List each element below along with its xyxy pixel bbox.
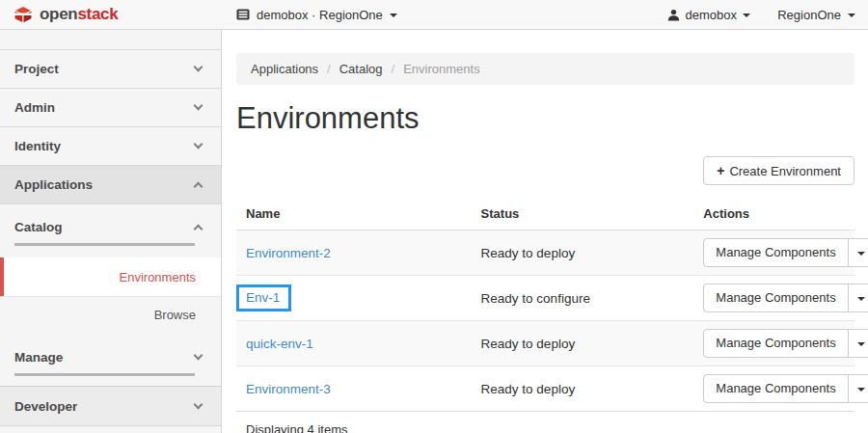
sidebar-item-label: Identity bbox=[14, 139, 61, 153]
column-header-name: Name bbox=[236, 199, 472, 230]
chevron-down-icon bbox=[194, 350, 203, 360]
sidebar-item-developer[interactable]: Developer bbox=[0, 387, 221, 426]
sidebar-item-label: Browse bbox=[154, 308, 196, 322]
region-label: RegionOne bbox=[777, 8, 841, 22]
table-row: Environment-2 Ready to deploy Manage Com… bbox=[236, 230, 854, 276]
breadcrumb-current: Environments bbox=[403, 62, 479, 76]
caret-down-icon bbox=[857, 297, 865, 301]
environment-link[interactable]: quick-env-1 bbox=[246, 337, 313, 351]
user-icon bbox=[667, 9, 680, 21]
main-content: Applications / Catalog / Environments En… bbox=[223, 30, 868, 433]
plus-icon: + bbox=[717, 163, 724, 178]
sidebar-item-project[interactable]: Project bbox=[0, 50, 221, 89]
manage-components-button[interactable]: Manage Components bbox=[704, 330, 847, 357]
sidebar-item-label: Applications bbox=[14, 177, 93, 192]
status-text: Ready to deploy bbox=[472, 230, 694, 276]
sidebar-item-environments[interactable]: Environments bbox=[0, 257, 221, 296]
table-header-row: Name Status Actions bbox=[236, 199, 854, 230]
chevron-down-icon bbox=[194, 399, 203, 409]
column-header-status: Status bbox=[472, 199, 694, 230]
action-dropdown-toggle[interactable] bbox=[848, 375, 868, 402]
caret-down-icon bbox=[390, 14, 397, 17]
caret-down-icon bbox=[857, 342, 865, 346]
section-underline bbox=[14, 243, 195, 246]
sidebar-item-manage[interactable]: Manage bbox=[0, 342, 221, 371]
user-menu[interactable]: demobox bbox=[667, 0, 750, 29]
context-label: demobox · RegionOne bbox=[257, 8, 383, 22]
chevron-up-icon bbox=[194, 224, 203, 233]
sidebar-item-label: Admin bbox=[14, 100, 55, 115]
section-underline bbox=[14, 373, 195, 376]
sidebar-item-catalog[interactable]: Catalog bbox=[0, 212, 221, 241]
chevron-up-icon bbox=[194, 182, 203, 192]
sidebar-item-identity[interactable]: Identity bbox=[0, 127, 221, 166]
focus-highlight-box: Env-1 bbox=[236, 284, 291, 311]
create-environment-button[interactable]: + Create Environment bbox=[703, 156, 854, 185]
sidebar-item-label: Catalog bbox=[14, 220, 63, 234]
sidebar-item-applications[interactable]: Applications bbox=[0, 166, 221, 204]
action-button-group: Manage Components bbox=[703, 329, 868, 358]
logo-wordmark: openstack bbox=[40, 4, 118, 25]
sidebar-item-browse[interactable]: Browse bbox=[0, 296, 221, 333]
items-count: Displaying 4 items bbox=[236, 412, 854, 433]
environments-table: Name Status Actions Environment-2 Ready … bbox=[236, 199, 854, 433]
table-toolbar: + Create Environment bbox=[236, 156, 854, 185]
environment-link[interactable]: Env-1 bbox=[246, 290, 280, 305]
breadcrumb-link-catalog[interactable]: Catalog bbox=[339, 62, 383, 76]
sidebar-item-label: Developer bbox=[14, 399, 77, 414]
breadcrumb-link-applications[interactable]: Applications bbox=[251, 62, 318, 76]
manage-components-button[interactable]: Manage Components bbox=[704, 239, 847, 266]
status-text: Ready to deploy bbox=[472, 366, 694, 412]
sidebar-top-stub bbox=[0, 30, 221, 50]
action-dropdown-toggle[interactable] bbox=[848, 239, 868, 266]
user-label: demobox bbox=[686, 8, 737, 22]
project-region-switcher[interactable]: demobox · RegionOne bbox=[236, 0, 397, 29]
status-text: Ready to deploy bbox=[472, 321, 694, 366]
breadcrumb-separator: / bbox=[392, 62, 395, 76]
chevron-down-icon bbox=[194, 63, 203, 72]
sidebar-item-label: Environments bbox=[120, 270, 196, 284]
table-row: quick-env-1 Ready to deploy Manage Compo… bbox=[236, 321, 854, 366]
openstack-logo[interactable]: openstack bbox=[13, 4, 118, 25]
environment-link[interactable]: Environment-3 bbox=[246, 382, 331, 396]
environment-link[interactable]: Environment-2 bbox=[246, 246, 331, 260]
breadcrumb: Applications / Catalog / Environments bbox=[236, 53, 854, 85]
chevron-down-icon bbox=[194, 140, 203, 149]
domain-icon bbox=[236, 9, 250, 20]
manage-components-button[interactable]: Manage Components bbox=[704, 375, 847, 402]
region-menu[interactable]: RegionOne bbox=[777, 0, 855, 29]
table-row: Environment-3 Ready to deploy Manage Com… bbox=[236, 366, 854, 412]
top-navbar: openstack demobox · RegionOne demobox Re… bbox=[0, 0, 868, 30]
action-button-group: Manage Components bbox=[703, 374, 868, 403]
table-row: Env-1 Ready to configure Manage Componen… bbox=[236, 276, 854, 321]
caret-down-icon bbox=[848, 14, 855, 17]
action-dropdown-toggle[interactable] bbox=[848, 330, 868, 357]
breadcrumb-separator: / bbox=[327, 62, 331, 76]
openstack-cube-icon bbox=[13, 4, 34, 25]
sidebar-item-label: Manage bbox=[14, 350, 63, 365]
sidebar-item-label: Project bbox=[14, 62, 59, 76]
status-text: Ready to configure bbox=[472, 276, 694, 321]
caret-down-icon bbox=[857, 388, 865, 392]
action-button-group: Manage Components bbox=[703, 284, 868, 312]
manage-components-button[interactable]: Manage Components bbox=[704, 284, 847, 311]
create-environment-label: Create Environment bbox=[729, 164, 841, 178]
caret-down-icon bbox=[857, 252, 865, 256]
action-dropdown-toggle[interactable] bbox=[848, 284, 868, 311]
column-header-actions: Actions bbox=[693, 199, 854, 230]
sidebar-nav: Project Admin Identity Applications Cata… bbox=[0, 30, 222, 433]
action-button-group: Manage Components bbox=[703, 238, 868, 267]
chevron-down-icon bbox=[194, 101, 203, 111]
page-title: Environments bbox=[236, 101, 854, 136]
table-footer-row: Displaying 4 items bbox=[236, 412, 854, 433]
caret-down-icon bbox=[743, 14, 750, 17]
sidebar-item-admin[interactable]: Admin bbox=[0, 89, 221, 127]
sidebar-group-manage: Manage bbox=[0, 333, 221, 387]
